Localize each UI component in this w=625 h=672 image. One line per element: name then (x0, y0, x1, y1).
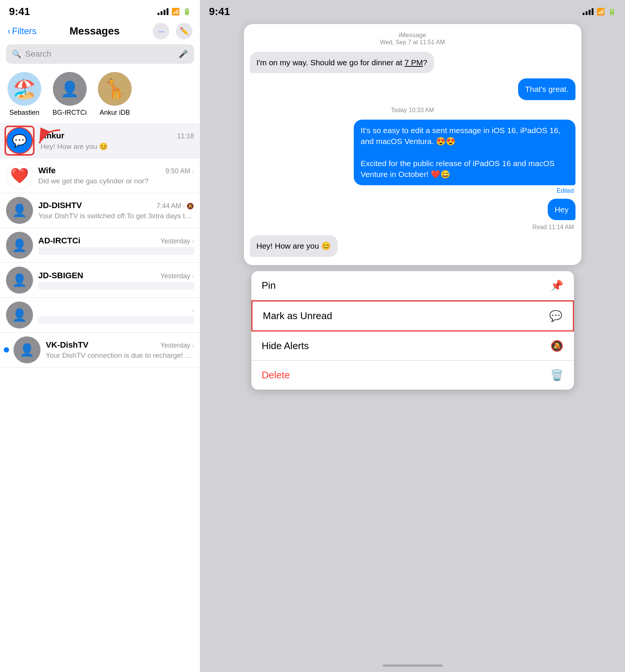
message-content-ad-irctci: AD-IRCTCi Yesterday › (38, 236, 194, 255)
speech-bubble-icon: 💬 (12, 134, 27, 148)
pinned-contact-bg-irctci[interactable]: 👤 BG-IRCTCi (53, 72, 87, 117)
pin-icon: 📌 (550, 279, 563, 292)
chat-header: iMessage Wed, Sep 7 at 11:51 AM (250, 32, 575, 46)
back-button[interactable]: ‹ Filters (8, 26, 36, 36)
message-item-vk-dishtv[interactable]: 👤 VK-DishTV Yesterday › Your DishTV conn… (0, 333, 200, 368)
ellipsis-icon: ··· (158, 27, 164, 36)
message-item-jd-sbigen[interactable]: 👤 JD-SBIGEN Yesterday › (0, 263, 200, 298)
message-content-wife: Wife 9:50 AM › Did we get the gas cylind… (38, 166, 194, 185)
message-preview-vk-dishtv: Your DishTV connection is due to recharg… (46, 351, 194, 360)
context-item-label-pin: Pin (262, 280, 276, 291)
compose-button[interactable]: ✏️ (176, 23, 192, 39)
message-time-ad-irctci: Yesterday › (161, 237, 194, 245)
context-item-label-delete: Delete (262, 369, 290, 381)
sender-name-ad-irctci: AD-IRCTCi (38, 236, 80, 246)
time-divider: Today 10:33 AM (250, 107, 575, 114)
chat-card: iMessage Wed, Sep 7 at 11:51 AM I'm on m… (244, 24, 581, 265)
message-time-jd-sbigen: Yesterday › (161, 272, 194, 280)
muted-icon: 🔕 (186, 202, 194, 210)
message-time-jd-dishtv: 7:44 AM › 🔕 (156, 202, 194, 210)
left-panel: 9:41 📶 🔋 ‹ Filters Messages ··· ✏️ (0, 0, 200, 672)
context-menu-item-hide-alerts[interactable]: Hide Alerts 🔕 (251, 332, 574, 361)
search-bar[interactable]: 🔍 Search 🎤 (6, 44, 194, 64)
avatar-jd-sbigen: 👤 (6, 267, 33, 294)
chevron-right-icon: › (192, 167, 194, 175)
search-input[interactable]: Search (25, 49, 175, 59)
bubble-row-incoming-2: Hey! How are you 😊 (250, 235, 575, 256)
status-time-left: 9:41 (9, 6, 30, 18)
pinned-contacts-row: 🏖️ Sebastien 👤 BG-IRCTCi 🦒 Ankur iDB (0, 68, 200, 123)
battery-icon: 🔋 (183, 8, 191, 16)
bubble-row-outgoing-1: That's great. (250, 78, 575, 100)
message-item-ankur[interactable]: 💬 Ankur 11:18 Hey (0, 123, 200, 158)
read-receipt: Read 11:14 AM (250, 224, 575, 231)
unread-dot (4, 347, 9, 352)
sender-name-jd-dishtv: JD-DISHTV (38, 201, 82, 210)
message-content-jd-dishtv: JD-DISHTV 7:44 AM › 🔕 Your DishTV is swi… (38, 201, 194, 220)
search-icon: 🔍 (12, 50, 21, 58)
message-preview-jd-sbigen (38, 282, 194, 290)
message-bubble-outgoing-1: That's great. (518, 78, 575, 100)
unread-bubble-ankur: 💬 (6, 127, 33, 154)
message-item-ad-irctci[interactable]: 👤 AD-IRCTCi Yesterday › (0, 228, 200, 263)
message-list: 💬 Ankur 11:18 Hey (0, 123, 200, 672)
status-bar-left: 9:41 📶 🔋 (0, 0, 200, 20)
pinned-contact-sebastien[interactable]: 🏖️ Sebastien (8, 72, 41, 117)
context-item-label-mark-unread: Mark as Unread (263, 310, 332, 322)
right-panel: 9:41 📶 🔋 iMessage Wed, Sep 7 at 11:51 AM… (200, 0, 625, 672)
wifi-icon-right: 📶 (596, 8, 605, 16)
message-preview-wife: Did we get the gas cylinder or nor? (38, 177, 194, 185)
avatar-unknown: 👤 (6, 302, 33, 328)
avatar-wife: ❤️ (6, 162, 33, 189)
avatar-jd-dishtv: 👤 (6, 197, 33, 224)
message-preview-ad-irctci (38, 247, 194, 255)
message-bubble-incoming-1: I'm on my way. Should we go for dinner a… (250, 52, 434, 73)
battery-icon-right: 🔋 (608, 8, 616, 16)
chevron-right-icon-4: › (192, 272, 194, 280)
message-header-ad-irctci: AD-IRCTCi Yesterday › (38, 236, 194, 246)
signal-icon-right (583, 8, 593, 15)
context-menu-item-delete[interactable]: Delete 🗑️ (251, 361, 574, 390)
message-time-vk-dishtv: Yesterday › (161, 342, 194, 350)
message-preview-jd-dishtv: Your DishTV is switched off.To get 3xtra… (38, 212, 194, 220)
avatar-ad-irctci: 👤 (6, 232, 33, 259)
avatar-ankur-idb: 🦒 (98, 72, 132, 106)
chevron-right-icon-5: › (192, 307, 194, 315)
message-item-jd-dishtv[interactable]: 👤 JD-DISHTV 7:44 AM › 🔕 Your DishTV is s… (0, 193, 200, 228)
nav-actions: ··· ✏️ (153, 23, 192, 39)
message-preview-unknown (38, 316, 194, 324)
pinned-name-ankur-idb: Ankur iDB (99, 109, 130, 117)
pinned-name-sebastien: Sebastien (9, 109, 39, 117)
context-menu-item-pin[interactable]: Pin 📌 (251, 271, 574, 300)
status-icons-right: 📶 🔋 (583, 8, 616, 16)
sender-name-jd-sbigen: JD-SBIGEN (38, 271, 83, 280)
bell-slash-icon: 🔕 (550, 340, 563, 352)
sender-name-wife: Wife (38, 166, 56, 176)
message-item-unknown[interactable]: 👤 › (0, 298, 200, 333)
avatar-sebastien: 🏖️ (8, 72, 41, 106)
more-options-button[interactable]: ··· (153, 23, 169, 39)
message-item-wife[interactable]: ❤️ Wife 9:50 AM › Did we get the gas cyl… (0, 158, 200, 193)
message-header-ankur: Ankur 11:18 (41, 131, 194, 141)
chevron-right-icon-3: › (192, 237, 194, 245)
message-preview-ankur: Hey! How are you 😊 (41, 142, 194, 151)
imessage-label: iMessage (250, 32, 575, 39)
message-time-wife: 9:50 AM › (165, 167, 194, 175)
bubble-row-incoming-1: I'm on my way. Should we go for dinner a… (250, 52, 575, 73)
message-bubble-outgoing-2: It's so easy to edit a sent message in i… (354, 120, 575, 185)
context-menu: Pin 📌 Mark as Unread 💬 Hide Alerts 🔕 Del… (251, 271, 574, 390)
message-header-unknown: › (38, 307, 194, 315)
message-header-vk-dishtv: VK-DishTV Yesterday › (46, 340, 194, 350)
sender-name-vk-dishtv: VK-DishTV (46, 340, 89, 350)
message-content-vk-dishtv: VK-DishTV Yesterday › Your DishTV connec… (46, 340, 194, 360)
chevron-left-icon: ‹ (8, 26, 11, 36)
context-item-label-hide-alerts: Hide Alerts (262, 340, 309, 352)
context-menu-item-mark-unread[interactable]: Mark as Unread 💬 (251, 300, 574, 332)
avatar-vk-dishtv: 👤 (14, 336, 41, 363)
avatar-bg-irctci: 👤 (53, 72, 87, 106)
chevron-right-icon-6: › (192, 342, 194, 350)
sender-name-ankur: Ankur (41, 131, 65, 141)
mic-icon[interactable]: 🎤 (179, 50, 188, 58)
nav-bar: ‹ Filters Messages ··· ✏️ (0, 20, 200, 43)
pinned-contact-ankur-idb[interactable]: 🦒 Ankur iDB (98, 72, 132, 117)
